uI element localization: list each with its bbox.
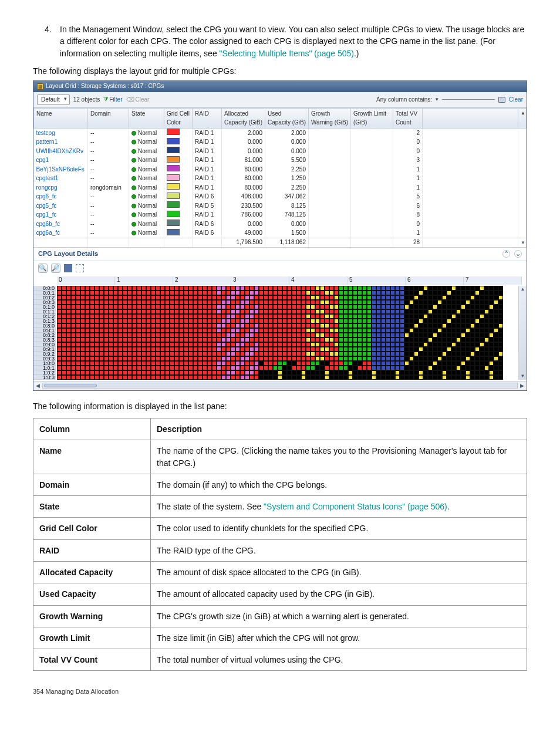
cell-state: Normal [129,165,164,174]
cell-total: 2 [393,129,423,138]
th-alloc[interactable]: Allocated Capacity (GiB) [222,109,265,129]
th-warn[interactable]: Growth Warning (GiB) [309,109,351,129]
cell-name[interactable]: rongcpg [34,183,88,193]
cell-name[interactable]: BeYj1SxNP6oleFs [34,165,88,174]
totals-row: 1,796.500 1,118.062 28 ▼ [34,238,527,247]
cell-name[interactable]: pattern1 [34,138,88,147]
filter-icon: ⧩ [103,96,108,104]
desc-col-desc: The domain (if any) to which the CPG bel… [151,474,527,495]
cell-warn [309,211,351,220]
contains-caret-icon[interactable]: ▾ [436,96,438,103]
desc-col-desc: The size limit (in GiB) after which the … [151,627,527,649]
scroll-down-icon[interactable]: ▼ [518,238,527,247]
cell-alloc: 80.000 [222,165,265,174]
status-dot-icon [131,131,136,136]
chunklet-grid[interactable] [57,286,522,380]
cell-alloc: 80.000 [222,183,265,193]
status-dot-icon [131,222,136,227]
scroll-thumb[interactable] [44,384,97,387]
cell-used: 2.250 [265,165,309,174]
cell-name[interactable]: cpg1 [34,156,88,166]
scroll-right-icon[interactable]: ▶ [520,382,524,390]
scroll-left-icon[interactable]: ◀ [36,382,40,390]
cell-name[interactable]: testcpg [34,129,88,138]
table-row[interactable]: rongcpgrongdomainNormalRAID 180.0002.250… [34,183,527,193]
view-select[interactable]: Default [37,94,70,106]
cell-raid: RAID 6 [193,220,222,229]
selecting-multiple-items-link[interactable]: "Selecting Multiple Items" (page 505) [220,49,354,58]
table-row[interactable]: pattern1--NormalRAID 10.0000.0000 [34,138,527,147]
clear-search-link[interactable]: Clear [509,96,523,104]
th-gridcell[interactable]: Grid Cell Color [164,109,193,129]
desc-row: Total VV CountThe total number of virtua… [33,649,527,671]
caption: The following displays the layout grid f… [33,65,527,77]
cell-state: Normal [129,201,164,211]
cell-used: 1.500 [265,229,309,238]
cell-total: 1 [393,165,423,174]
cell-warn [309,129,351,138]
table-row[interactable]: cpg1_fc--NormalRAID 1786.000748.1258 [34,211,527,220]
table-row[interactable]: cpgtest1--NormalRAID 180.0001.2501 [34,174,527,184]
cell-limit [351,220,393,229]
table-row[interactable]: BeYj1SxNP6oleFs--NormalRAID 180.0002.250… [34,165,527,174]
cell-total: 1 [393,229,423,238]
cell-limit [351,211,393,220]
table-row[interactable]: cpg6a_fc--NormalRAID 649.0001.5001 [34,229,527,238]
cell-color [164,138,193,147]
cell-warn [309,138,351,147]
table-row[interactable]: UWIfh4IDXhZKRv--NormalRAID 10.0000.0000 [34,147,527,156]
th-limit[interactable]: Growth Limit (GiB) [351,109,393,129]
table-row[interactable]: cpg5_fc--NormalRAID 5230.5008.1256 [34,201,527,211]
status-icons-link[interactable]: "System and Component Status Icons" (pag… [264,502,447,511]
cell-total: 6 [393,201,423,211]
cell-name[interactable]: cpg6a_fc [34,229,88,238]
th-total[interactable]: Total VV Count [393,109,423,129]
contains-input[interactable] [442,99,495,100]
cell-domain: rongdomain [88,183,129,193]
cell-name[interactable]: cpgtest1 [34,174,88,184]
info-paragraph: The following information is displayed i… [33,400,527,412]
th-used[interactable]: Used Capacity (GiB) [265,109,309,129]
cell-alloc: 408.000 [222,193,265,202]
cell-limit [351,229,393,238]
cell-name[interactable]: cpg1_fc [34,211,88,220]
th-state[interactable]: State [129,109,164,129]
cell-warn [309,229,351,238]
th-name[interactable]: Name [34,109,88,129]
desc-row: Grid Cell ColorThe color used to identif… [33,518,527,539]
cell-color [164,193,193,202]
cell-name[interactable]: cpg6b_fc [34,220,88,229]
cell-domain: -- [88,201,129,211]
cell-color [164,229,193,238]
col-label: 4 [289,276,348,285]
color-swatch-icon[interactable] [64,264,72,272]
cell-state: Normal [129,183,164,193]
zoom-out-icon[interactable]: 🔎 [51,264,60,273]
col-label: 5 [348,276,406,285]
filter-button[interactable]: ⧩Filter [103,96,122,104]
zoom-in-icon[interactable]: 🔍 [38,264,48,273]
desc-col-desc: The amount of allocated capacity used by… [151,583,527,605]
col-label: 3 [231,276,289,285]
collapse-down-icon[interactable]: ⌄ [514,250,522,258]
cell-color [164,183,193,193]
table-row[interactable]: testcpg--NormalRAID 12.0002.0002 [34,129,527,138]
cell-name[interactable]: cpg5_fc [34,201,88,211]
th-raid[interactable]: RAID [193,109,222,129]
th-domain[interactable]: Domain [88,109,129,129]
table-row[interactable]: cpg6b_fc--NormalRAID 60.0000.0000 [34,220,527,229]
cell-raid: RAID 6 [193,193,222,202]
desc-col-name: Allocated Capacity [33,562,151,583]
viz-vscrollbar[interactable]: ▲▼ [518,286,527,380]
print-icon[interactable] [498,97,505,103]
scroll-up-icon[interactable]: ▲ [518,109,527,129]
cell-name[interactable]: cpg6_fc [34,193,88,202]
fit-view-icon[interactable] [76,264,84,272]
collapse-up-icon[interactable]: ⌃ [502,250,510,258]
cell-name[interactable]: UWIfh4IDXhZKRv [34,147,88,156]
viz-hscrollbar[interactable]: ◀ ▶ [33,381,527,390]
page-footer: 354 Managing Data Allocation [33,687,527,697]
table-row[interactable]: cpg1--NormalRAID 181.0005.5003 [34,156,527,166]
table-row[interactable]: cpg6_fc--NormalRAID 6408.000347.0625 [34,193,527,202]
instruction-text-b: .) [354,49,359,58]
